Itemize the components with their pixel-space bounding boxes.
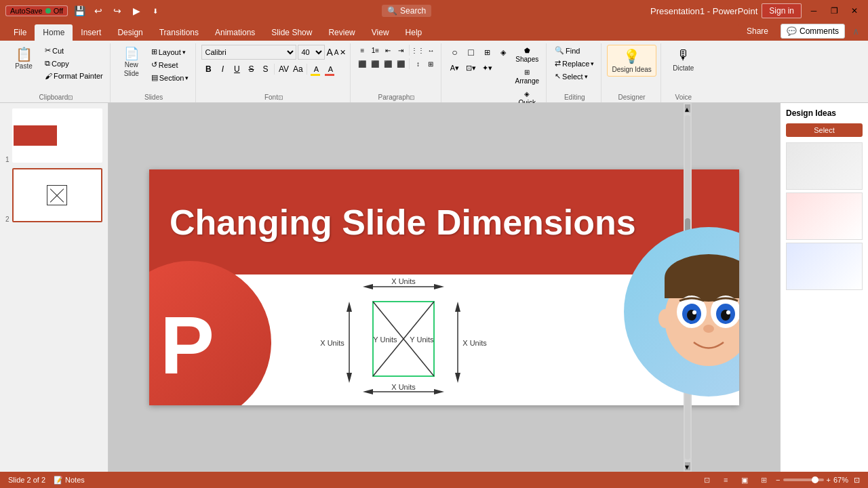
tab-review[interactable]: Review (320, 24, 363, 41)
text-highlight-button[interactable]: A (309, 62, 323, 76)
normal-view-button[interactable]: ⊡ (700, 474, 713, 486)
dictate-button[interactable]: 🎙 Dictate (667, 45, 701, 75)
line-spacing-button[interactable]: ↕ (412, 58, 424, 69)
arrange-btn[interactable]: ⊞ Arrange (512, 66, 542, 87)
tab-help[interactable]: Help (397, 24, 431, 41)
customize-toolbar-button[interactable]: ⬇ (148, 3, 163, 18)
decrease-font-size-button[interactable]: A (334, 49, 339, 56)
paragraph-group: ≡ 1≡ ⇤ ⇥ ⋮⋮ ↔ ⬛ ⬛ ⬛ ⬛ ↕ ⊞ Paragraph ⊡ (352, 43, 441, 102)
text-direction-button[interactable]: ↔ (425, 45, 437, 56)
tab-animations[interactable]: Animations (207, 24, 263, 41)
fit-to-window-button[interactable]: ⊡ (854, 476, 860, 485)
clipboard-expand-icon[interactable]: ⊡ (68, 94, 73, 101)
shapes-button[interactable]: ⬟ Shapes (512, 45, 542, 65)
scroll-up-button[interactable]: ▴ (685, 104, 690, 113)
para-divider2 (409, 58, 410, 69)
section-button[interactable]: ▤ Section ▾ (149, 72, 192, 83)
design-ideas-button[interactable]: 💡 Design Ideas (607, 45, 656, 77)
replace-button[interactable]: ⇄ Replace ▾ (552, 58, 597, 69)
align-center-button[interactable]: ⬛ (369, 58, 381, 69)
zoom-slider[interactable] (783, 479, 824, 481)
comments-button[interactable]: 💬 Comments (781, 24, 845, 39)
slide-thumbnail-1[interactable] (12, 108, 102, 163)
restore-button[interactable]: ❐ (826, 3, 842, 19)
layout-button[interactable]: ⊞ Layout ▾ (149, 46, 192, 58)
arrow-up-left (347, 302, 352, 312)
outline-button[interactable]: ⊡▾ (463, 60, 478, 75)
font-family-select[interactable]: Calibri (201, 45, 296, 60)
align-left-button[interactable]: ⬛ (356, 58, 368, 69)
font-color-button[interactable]: A (323, 62, 337, 76)
undo-button[interactable]: ↩ (91, 3, 106, 18)
bold-button[interactable]: B (201, 62, 215, 76)
clear-formatting-button[interactable]: ✕ (340, 48, 346, 57)
select-button[interactable]: ↖ Select ▾ (552, 70, 591, 82)
copy-button[interactable]: ⧉ Copy (42, 58, 106, 69)
oval-shape[interactable]: ○ (447, 45, 462, 60)
rect-shape[interactable]: □ (463, 45, 478, 60)
close-button[interactable]: ✕ (846, 3, 863, 19)
tab-view[interactable]: View (363, 24, 397, 41)
character-spacing-button[interactable]: AV (277, 62, 290, 76)
font-size-select[interactable]: 40 (298, 45, 325, 60)
reset-button[interactable]: ↺ Reset (149, 59, 192, 70)
italic-button[interactable]: I (216, 62, 229, 76)
font-expand-icon[interactable]: ⊡ (278, 94, 283, 101)
tab-transitions[interactable]: Transitions (151, 24, 207, 41)
fill-color-button[interactable]: A▾ (447, 60, 462, 75)
slide-canvas[interactable]: Changing Slide Dimensions P (149, 169, 739, 405)
notes-button[interactable]: 📝 Notes (54, 476, 85, 485)
autosave-badge[interactable]: AutoSave Off (5, 5, 68, 16)
design-idea-2[interactable] (786, 192, 863, 240)
design-idea-1[interactable] (786, 142, 863, 190)
underline-button[interactable]: U (230, 62, 243, 76)
design-select-button[interactable]: Select (786, 123, 863, 137)
zoom-out-button[interactable]: − (776, 476, 780, 484)
decrease-indent-button[interactable]: ⇤ (382, 45, 394, 56)
scroll-down-button[interactable]: ▾ (685, 462, 690, 470)
share-button[interactable]: Share (738, 24, 776, 39)
clipboard-sub-buttons: ✂ Cut ⧉ Copy 🖌 Format Painter (42, 45, 106, 81)
tab-insert[interactable]: Insert (73, 24, 109, 41)
quick-styles-button[interactable]: ◈ (496, 45, 511, 60)
outline-view-button[interactable]: ≡ (719, 474, 732, 486)
strikethrough-button[interactable]: S (244, 62, 258, 76)
design-idea-3[interactable] (786, 243, 863, 290)
find-button[interactable]: 🔍 Find (552, 45, 583, 56)
search-bar[interactable]: 🔍 Search (382, 5, 431, 17)
columns-button[interactable]: ⋮⋮ (412, 45, 424, 56)
collapse-ribbon-button[interactable]: ∧ (849, 24, 863, 38)
paste-button[interactable]: 📋 Paste (7, 45, 41, 73)
tab-home[interactable]: Home (35, 24, 73, 41)
save-button[interactable]: 💾 (72, 3, 87, 18)
new-slide-button[interactable]: 📄 New Slide (116, 45, 147, 80)
effects-button[interactable]: ✦▾ (479, 60, 494, 75)
increase-font-size-button[interactable]: A (326, 47, 332, 58)
zoom-in-button[interactable]: + (827, 476, 831, 484)
tab-slideshow[interactable]: Slide Show (263, 24, 320, 41)
paragraph-expand-icon[interactable]: ⊡ (410, 94, 415, 101)
present-start-button[interactable]: ▶ (129, 3, 144, 18)
tab-design[interactable]: Design (109, 24, 151, 41)
numbering-button[interactable]: 1≡ (369, 45, 381, 56)
bullets-button[interactable]: ≡ (356, 45, 368, 56)
slideshow-view-button[interactable]: ▣ (738, 474, 751, 486)
notes-icon: 📝 (54, 476, 63, 485)
justify-button[interactable]: ⬛ (395, 58, 407, 69)
signin-button[interactable]: Sign in (762, 3, 802, 18)
zoom-control[interactable]: − + 67% (776, 476, 848, 484)
align-right-button[interactable]: ⬛ (382, 58, 394, 69)
arrange-button[interactable]: ⊞ (479, 45, 494, 60)
convert-to-smartart-button[interactable]: ⊞ (425, 58, 437, 69)
slide-thumbnail-2[interactable] (12, 168, 102, 222)
minimize-button[interactable]: ─ (806, 3, 822, 19)
redo-button[interactable]: ↪ (110, 3, 125, 18)
presenter-view-button[interactable]: ⊞ (757, 474, 770, 486)
ribbon: 📋 Paste ✂ Cut ⧉ Copy 🖌 Format Painter C (0, 41, 868, 103)
change-case-button[interactable]: Aa (291, 62, 304, 76)
shadow-button[interactable]: S (258, 62, 272, 76)
cut-button[interactable]: ✂ Cut (42, 45, 106, 56)
format-painter-button[interactable]: 🖌 Format Painter (42, 70, 106, 81)
increase-indent-button[interactable]: ⇥ (395, 45, 407, 56)
tab-file[interactable]: File (5, 24, 35, 41)
